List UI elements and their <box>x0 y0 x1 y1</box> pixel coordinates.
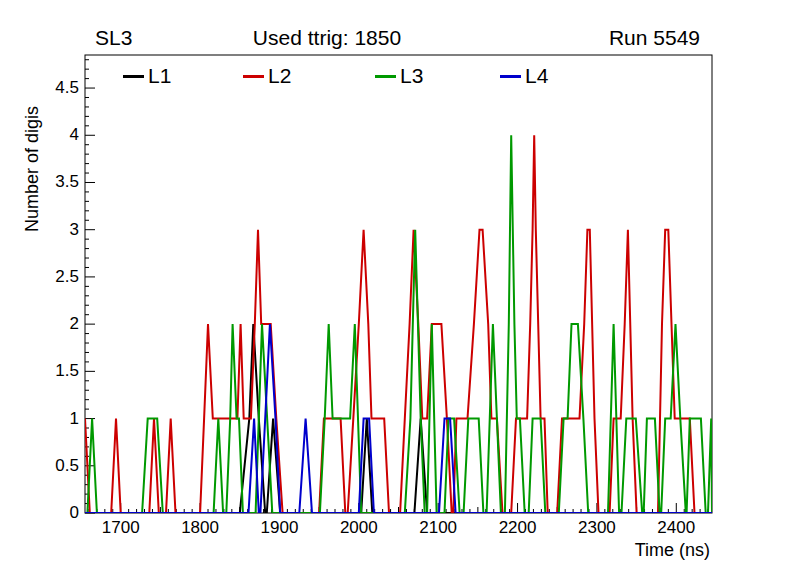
x-tick-label: 2000 <box>340 518 378 538</box>
legend-entry-l4: L4 <box>500 64 548 88</box>
x-tick-label: 2300 <box>578 518 616 538</box>
y-tick-label: 4 <box>70 125 79 145</box>
x-tick-label: 1700 <box>102 518 140 538</box>
legend-entry-l1: L1 <box>123 64 171 88</box>
legend-label: L2 <box>268 64 291 88</box>
y-tick-label: 3.5 <box>55 172 79 192</box>
legend-label: L1 <box>148 64 171 88</box>
legend-entry-l2: L2 <box>243 64 291 88</box>
x-tick-label: 1900 <box>261 518 299 538</box>
root-canvas: SL3 Used ttrig: 1850 Run 5549 L1L2L3L4 N… <box>0 0 796 572</box>
y-tick-label: 2 <box>70 314 79 334</box>
legend-label: L4 <box>525 64 548 88</box>
legend-swatch-l4 <box>500 75 521 78</box>
y-tick-label: 2.5 <box>55 267 79 287</box>
y-tick-label: 1.5 <box>55 361 79 381</box>
y-axis-title: Number of digis <box>22 106 43 232</box>
legend-swatch-l2 <box>243 75 264 78</box>
legend-label: L3 <box>400 64 423 88</box>
legend-swatch-l1 <box>123 75 144 78</box>
x-tick-label: 2400 <box>657 518 695 538</box>
x-tick-label: 2100 <box>419 518 457 538</box>
y-tick-label: 0 <box>70 503 79 523</box>
x-tick-label: 2200 <box>499 518 537 538</box>
x-tick-label: 1800 <box>181 518 219 538</box>
legend: L1L2L3L4 <box>0 64 796 88</box>
y-tick-label: 0.5 <box>55 456 79 476</box>
y-tick-label: 4.5 <box>55 78 79 98</box>
legend-swatch-l3 <box>375 75 396 78</box>
series-line-l3 <box>85 135 712 513</box>
y-tick-label: 1 <box>70 409 79 429</box>
legend-entry-l3: L3 <box>375 64 423 88</box>
y-tick-label: 3 <box>70 220 79 240</box>
x-axis-title: Time (ns) <box>635 540 710 561</box>
